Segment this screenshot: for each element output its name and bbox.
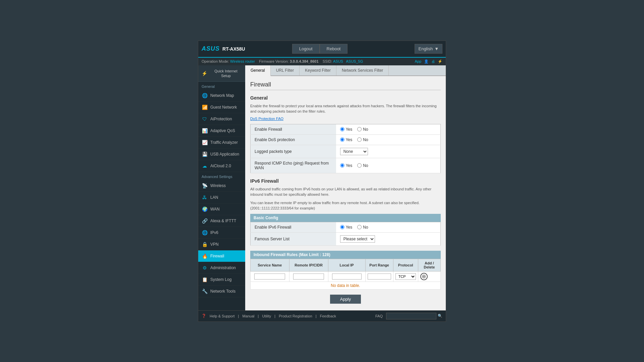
enable-dos-value: Yes No	[336, 134, 441, 145]
enable-firewall-yes-radio[interactable]	[340, 127, 344, 131]
footer: ❓ Help & Support | Manual | Utility | Pr…	[198, 310, 446, 321]
sidebar-item-network-tools[interactable]: 🔧 Network Tools	[198, 286, 245, 297]
tab-general[interactable]: General	[245, 65, 271, 76]
sidebar-item-network-map[interactable]: 🌐 Network Map	[198, 90, 245, 102]
feedback-link[interactable]: Feedback	[320, 314, 336, 318]
enable-dos-no-radio[interactable]	[357, 137, 362, 142]
administration-icon: ⚙	[202, 265, 208, 271]
enable-firewall-yes-label[interactable]: Yes	[340, 127, 353, 132]
search-icon[interactable]: 🔍	[438, 314, 442, 318]
logout-button[interactable]: Logout	[292, 44, 320, 54]
footer-search: 🔍	[386, 313, 442, 319]
footer-separator-2: |	[258, 314, 259, 318]
icmp-no-label[interactable]: No	[357, 163, 368, 168]
col-port-range: Port Range	[365, 259, 393, 271]
general-section-title: General	[250, 95, 441, 101]
ipv6-desc1: All outbound traffic coming from IPv6 ho…	[250, 186, 441, 197]
header: ASUS RT-AX58U Logout Reboot English ▼	[198, 41, 446, 58]
sidebar-item-ipv6[interactable]: 🌐 IPv6	[198, 227, 245, 239]
language-selector[interactable]: English ▼	[415, 44, 442, 54]
sidebar-item-lan[interactable]: 🖧 LAN	[198, 192, 245, 203]
rules-table-header-row: Service Name Remote IP/CIDR Local IP Por…	[251, 259, 441, 271]
sidebar-item-aicloud[interactable]: ☁ AiCloud 2.0	[198, 160, 245, 172]
sidebar-item-wan[interactable]: 🌍 WAN	[198, 203, 245, 215]
apply-button[interactable]: Apply	[330, 295, 361, 304]
icmp-yes-label[interactable]: Yes	[340, 163, 353, 168]
sidebar-item-traffic-analyzer[interactable]: 📈 Traffic Analyzer	[198, 137, 245, 148]
header-buttons: Logout Reboot	[292, 44, 348, 54]
service-name-cell	[251, 271, 289, 282]
sidebar-item-adaptive-qos[interactable]: 📊 Adaptive QoS	[198, 125, 245, 137]
aiprotection-label: AiProtection	[210, 117, 232, 121]
manual-link[interactable]: Manual	[242, 314, 254, 318]
utility-link[interactable]: Utility	[262, 314, 271, 318]
system-log-label: System Log	[210, 277, 231, 282]
tab-network-services-filter[interactable]: Network Services Filter	[336, 65, 389, 75]
sidebar-item-system-log[interactable]: 📋 System Log	[198, 274, 245, 286]
wan-label: WAN	[210, 207, 220, 212]
sidebar-item-guest-network[interactable]: 📶 Guest Network	[198, 102, 245, 113]
firewall-icon: 🔥	[202, 253, 208, 259]
quick-setup-label: Quick Internet Setup	[210, 69, 242, 78]
remote-ip-input[interactable]	[293, 274, 324, 280]
quick-internet-setup[interactable]: ⚡ Quick Internet Setup	[198, 65, 245, 82]
remote-ip-cell	[289, 271, 328, 282]
operation-mode-link[interactable]: Wireless router	[230, 59, 255, 63]
famous-server-select[interactable]: Please select	[340, 235, 375, 243]
wireless-icon: 📡	[202, 183, 208, 189]
footer-search-input[interactable]	[386, 313, 436, 319]
add-rule-button[interactable]: ⊕	[420, 273, 428, 280]
service-name-input[interactable]	[254, 274, 285, 280]
network-tools-label: Network Tools	[210, 289, 235, 294]
sidebar-item-vpn[interactable]: 🔒 VPN	[198, 239, 245, 250]
ipv6-desc2: You can leave the remote IP empty to all…	[250, 200, 441, 211]
port-range-cell	[365, 271, 393, 282]
aicloud-icon: ☁	[202, 163, 208, 169]
icmp-yes-radio[interactable]	[340, 163, 344, 168]
ssid-5g[interactable]: ASUS_5G	[346, 59, 363, 63]
sidebar-item-firewall[interactable]: 🔥 Firewall	[198, 250, 245, 262]
enable-dos-yes-label[interactable]: Yes	[340, 137, 353, 142]
page-title: Firewall	[250, 81, 441, 90]
enable-ipv6-no-label[interactable]: No	[357, 225, 368, 230]
enable-ipv6-no-radio[interactable]	[357, 225, 362, 229]
usb-application-icon: 💾	[202, 151, 208, 157]
enable-firewall-no-radio[interactable]	[357, 127, 362, 131]
ipv6-settings-table: Enable IPv6 Firewall Yes No	[250, 222, 441, 246]
dos-faq-link[interactable]: DoS Protection FAQ	[250, 117, 283, 121]
enable-dos-yes-radio[interactable]	[340, 137, 344, 142]
enable-ipv6-yes-radio[interactable]	[340, 225, 344, 229]
icmp-label: Respond ICMP Echo (ping) Request from WA…	[251, 158, 336, 173]
sidebar-item-alexa[interactable]: 🔗 Alexa & IFTTT	[198, 215, 245, 227]
enable-firewall-no-label[interactable]: No	[357, 127, 368, 132]
sidebar-item-wireless[interactable]: 📡 Wireless	[198, 180, 245, 192]
tab-url-filter[interactable]: URL Filter	[271, 65, 300, 75]
person-icon: 👤	[424, 59, 429, 64]
chevron-down-icon: ▼	[434, 46, 439, 51]
operation-info: Operation Mode: Wireless router Firmware…	[202, 59, 363, 63]
enable-ipv6-yes-label[interactable]: Yes	[340, 225, 353, 230]
enable-dos-no-label[interactable]: No	[357, 137, 368, 142]
adaptive-qos-label: Adaptive QoS	[210, 128, 235, 133]
ssid-2g[interactable]: ASUS	[333, 59, 343, 63]
enable-firewall-label: Enable Firewall	[251, 124, 336, 134]
logged-packets-label: Logged packets type	[251, 145, 336, 158]
protocol-select[interactable]: TCP UDP BOTH	[395, 273, 416, 280]
port-range-input[interactable]	[368, 274, 391, 280]
guest-network-icon: 📶	[202, 104, 208, 110]
product-registration-link[interactable]: Product Registration	[279, 314, 312, 318]
logged-packets-select[interactable]: None Dropped Accepted Both	[340, 148, 368, 155]
icmp-no-radio[interactable]	[357, 163, 362, 168]
local-ip-input[interactable]	[332, 274, 362, 280]
sidebar-item-usb-application[interactable]: 💾 USB Application	[198, 148, 245, 160]
help-support-link[interactable]: Help & Support	[210, 314, 235, 318]
tab-keyword-filter[interactable]: Keyword Filter	[300, 65, 336, 75]
alexa-icon: 🔗	[202, 218, 208, 224]
sidebar: ⚡ Quick Internet Setup General 🌐 Network…	[198, 65, 245, 310]
general-section-title: General	[198, 82, 245, 90]
sidebar-item-aiprotection[interactable]: 🛡 AiProtection	[198, 113, 245, 125]
reboot-button[interactable]: Reboot	[320, 44, 348, 54]
sidebar-item-administration[interactable]: ⚙ Administration	[198, 262, 245, 274]
system-log-icon: 📋	[202, 277, 208, 283]
vpn-label: VPN	[210, 242, 219, 247]
